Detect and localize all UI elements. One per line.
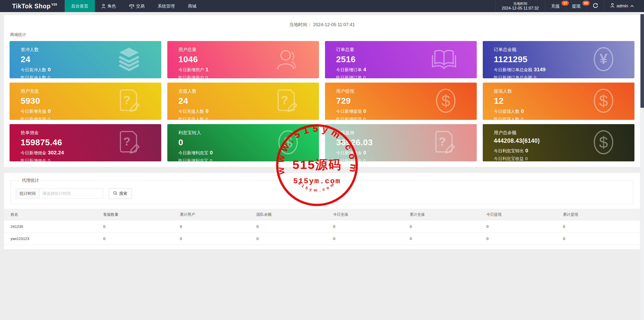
- col-header: 今日提现: [486, 209, 563, 221]
- app-logo: TikTok Shop V20: [0, 0, 65, 12]
- user-icon: [276, 48, 299, 72]
- nav-item-dashboard[interactable]: 后台首页: [65, 0, 95, 12]
- stats-section-title: 商城统计: [10, 32, 640, 38]
- stat-card-interest-transfer-in: 利息宝转入 0 今日新增利息宝0 昨日新增利息宝0 $: [167, 124, 319, 161]
- svg-text:?: ?: [123, 93, 131, 106]
- timebar-value: 2024-12-05 11:07:41: [313, 22, 355, 27]
- app-logo-version: V20: [51, 3, 57, 6]
- stat-card-user-total-balance: 用户总余额 444208.43(6140) 今日利息宝转出0 今日利息宝收益0 …: [483, 124, 634, 161]
- timebar: 当地时间： 2024-12-05 11:07:41: [4, 15, 640, 28]
- svg-text:?: ?: [439, 135, 446, 148]
- stat-card-first-charge-users: 首冲人数 24 今日首冲人数0 昨日首冲人数0: [10, 41, 161, 78]
- svg-text:$: $: [284, 133, 292, 151]
- layers-icon: [117, 47, 141, 72]
- dollar-icon: $: [277, 130, 299, 156]
- local-time-label: 当地时间: [513, 1, 527, 6]
- document-question-icon: ?: [118, 89, 141, 114]
- nav-item-trade[interactable]: 交易: [123, 0, 151, 12]
- stat-card-sub-rebate: 下级返佣 36926.03 今日新增佣金0 昨日新增佣金0 ?: [325, 124, 477, 161]
- svg-text:?: ?: [281, 93, 288, 106]
- stat-time-input-group: 统计时间: [16, 189, 103, 199]
- withdraw-button[interactable]: 提现 65: [566, 0, 587, 12]
- yen-icon: ¥: [593, 47, 614, 73]
- timebar-label: 当地时间：: [289, 22, 312, 27]
- app-logo-text: TikTok Shop: [12, 3, 51, 10]
- person-icon: [101, 4, 106, 9]
- stat-card-user-withdraw: 用户提现 729 今日新增提现0 昨日新增提现0 $: [325, 83, 477, 120]
- agent-filter-row: 统计时间 搜索: [16, 188, 628, 199]
- nav-item-roles[interactable]: 角色: [95, 0, 123, 12]
- navbar-right: 当地时间 2024-12-05 11:07:32 充值 17 提现 65 adm…: [495, 0, 644, 12]
- scales-icon: [129, 4, 134, 9]
- col-header: 客服数量: [103, 209, 180, 221]
- col-header: 累计用户: [180, 209, 257, 221]
- stat-card-withdraw-users: 提现人数 12 今日提现人数0 昨日提现人数0 $: [483, 83, 634, 120]
- col-header: 今日充值: [333, 209, 410, 221]
- recharge-badge: 17: [561, 1, 569, 6]
- table-row: 241235 0 0 0 0 0 0 0: [4, 221, 640, 233]
- stat-cards-grid: 首冲人数 24 今日首冲人数0 昨日首冲人数0 用户总量 1046 今日新增用户…: [10, 41, 634, 161]
- col-header: 团队余额: [257, 209, 333, 221]
- stats-panel: 当地时间： 2024-12-05 11:07:41 商城统计 首冲人数 24 今…: [4, 15, 640, 167]
- search-icon: [113, 191, 117, 196]
- nav-item-system[interactable]: 系统管理: [151, 0, 181, 12]
- table-header-row: 姓名 客服数量 累计用户 团队余额 今日充值 累计充值 今日提现 累计提现: [4, 209, 640, 221]
- nav-item-mall[interactable]: 商城: [181, 0, 203, 12]
- svg-text:$: $: [599, 133, 608, 151]
- book-icon: [431, 48, 457, 71]
- stat-card-user-recharge: 用户充值 5930 今日新增充值0 昨日新增充值0 ?: [10, 83, 161, 120]
- search-button[interactable]: 搜索: [109, 188, 132, 199]
- document-question-icon: ?: [276, 89, 299, 114]
- svg-text:¥: ¥: [599, 51, 608, 67]
- document-question-icon: ?: [433, 130, 457, 155]
- refresh-icon: [593, 3, 598, 9]
- local-time-block: 当地时间 2024-12-05 11:07:32: [495, 0, 545, 12]
- stat-card-order-commission: 抢单佣金 159875.46 今日新增佣金302.24 昨日新增佣金0 ?: [10, 124, 161, 161]
- agent-filter-fieldset: 代理统计 统计时间 搜索: [11, 177, 633, 204]
- scrollbar-track[interactable]: [640, 12, 644, 320]
- stat-time-input[interactable]: [39, 189, 103, 198]
- chevron-up-icon: [630, 4, 634, 9]
- user-menu[interactable]: admin: [604, 0, 644, 12]
- agent-panel: 代理统计 统计时间 搜索 姓名 客服数量 累计用户 团队余额: [4, 173, 640, 249]
- svg-text:$: $: [441, 92, 450, 110]
- stat-card-total-orders: 订单总量 2516 今日新增订单4 昨日新增订单0: [325, 41, 477, 78]
- cell-name: yao123123: [4, 233, 103, 245]
- agents-table: 姓名 客服数量 累计用户 团队余额 今日充值 累计充值 今日提现 累计提现 24…: [4, 209, 640, 245]
- cell-name: 241235: [4, 221, 103, 233]
- dollar-icon: $: [593, 88, 614, 114]
- stat-time-label: 统计时间: [16, 189, 39, 198]
- recharge-button[interactable]: 充值 17: [545, 0, 566, 12]
- local-time-value: 2024-12-05 11:07:32: [502, 6, 539, 11]
- col-header: 累计充值: [410, 209, 487, 221]
- username: admin: [617, 4, 628, 9]
- svg-text:$: $: [599, 92, 608, 110]
- dollar-icon: $: [435, 88, 457, 114]
- col-header: 累计提现: [563, 209, 640, 221]
- scrollbar-thumb[interactable]: [640, 14, 644, 108]
- main-nav: 后台首页 角色 交易 系统管理 商城: [65, 0, 203, 12]
- person-icon: [610, 3, 615, 9]
- svg-text:?: ?: [123, 135, 131, 148]
- stat-card-recharge-users: 充值人数 24 今日充值人数0 昨日充值人数0 ?: [167, 83, 319, 120]
- dollar-icon: $: [593, 130, 614, 156]
- document-question-icon: ?: [118, 130, 141, 155]
- table-row: yao123123 0 0 0 0 0 0 0: [4, 233, 640, 245]
- top-navbar: TikTok Shop V20 后台首页 角色 交易 系统管理 商城 当地时间 …: [0, 0, 644, 12]
- col-header: 姓名: [4, 209, 103, 221]
- stat-card-order-amount: 订单总金额 1121295 今日新增订单总金额3149 昨日新增订单总金额0 ¥: [483, 41, 634, 78]
- withdraw-badge: 65: [582, 1, 589, 6]
- agent-section-legend: 代理统计: [19, 177, 42, 183]
- stat-card-total-users: 用户总量 1046 今日新增用户1 昨日新增用户0: [167, 41, 319, 78]
